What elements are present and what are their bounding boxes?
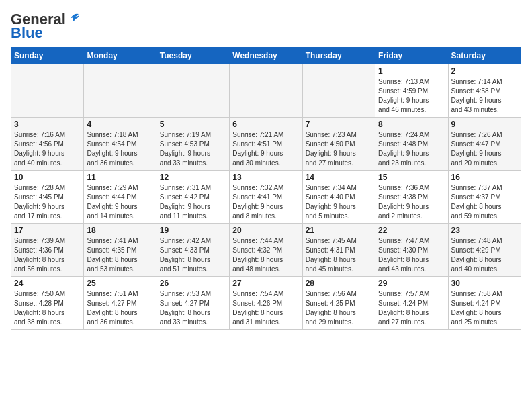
day-cell: 11Sunrise: 7:29 AMSunset: 4:44 PMDayligh… — [84, 171, 157, 224]
day-info: Sunrise: 7:37 AMSunset: 4:37 PMDaylight:… — [451, 183, 518, 221]
day-number: 24 — [14, 279, 81, 288]
weekday-header-monday: Monday — [84, 48, 157, 64]
day-info: Sunrise: 7:16 AMSunset: 4:56 PMDaylight:… — [14, 130, 81, 168]
day-cell: 7Sunrise: 7:23 AMSunset: 4:50 PMDaylight… — [302, 118, 375, 171]
day-number: 25 — [87, 279, 153, 288]
weekday-header-saturday: Saturday — [448, 48, 521, 64]
day-number: 2 — [451, 66, 518, 76]
day-cell: 17Sunrise: 7:39 AMSunset: 4:36 PMDayligh… — [11, 224, 84, 277]
day-info: Sunrise: 7:41 AMSunset: 4:35 PMDaylight:… — [87, 236, 153, 274]
day-info: Sunrise: 7:18 AMSunset: 4:54 PMDaylight:… — [87, 130, 153, 168]
day-number: 18 — [87, 226, 153, 235]
day-cell: 9Sunrise: 7:26 AMSunset: 4:47 PMDaylight… — [448, 118, 521, 171]
day-number: 6 — [232, 120, 299, 129]
day-cell: 12Sunrise: 7:31 AMSunset: 4:42 PMDayligh… — [157, 171, 229, 224]
day-cell: 3Sunrise: 7:16 AMSunset: 4:56 PMDaylight… — [11, 118, 84, 171]
day-cell: 23Sunrise: 7:48 AMSunset: 4:29 PMDayligh… — [448, 224, 521, 277]
day-info: Sunrise: 7:28 AMSunset: 4:45 PMDaylight:… — [14, 183, 81, 221]
day-cell: 14Sunrise: 7:34 AMSunset: 4:40 PMDayligh… — [302, 171, 375, 224]
week-row-3: 10Sunrise: 7:28 AMSunset: 4:45 PMDayligh… — [11, 171, 521, 224]
calendar: SundayMondayTuesdayWednesdayThursdayFrid… — [11, 47, 521, 330]
day-number: 13 — [232, 173, 299, 182]
day-number: 26 — [160, 279, 226, 288]
day-cell: 8Sunrise: 7:24 AMSunset: 4:48 PMDaylight… — [375, 118, 448, 171]
day-info: Sunrise: 7:36 AMSunset: 4:38 PMDaylight:… — [378, 183, 445, 221]
day-number: 5 — [160, 120, 226, 129]
weekday-header-thursday: Thursday — [302, 48, 375, 64]
day-info: Sunrise: 7:31 AMSunset: 4:42 PMDaylight:… — [160, 183, 226, 221]
logo-bird-icon — [66, 12, 81, 27]
logo: General Blue — [11, 11, 82, 42]
day-info: Sunrise: 7:21 AMSunset: 4:51 PMDaylight:… — [232, 130, 299, 168]
day-number: 7 — [306, 120, 372, 129]
day-cell — [84, 64, 157, 118]
day-info: Sunrise: 7:57 AMSunset: 4:24 PMDaylight:… — [378, 289, 445, 327]
day-number: 11 — [87, 173, 153, 182]
day-info: Sunrise: 7:34 AMSunset: 4:40 PMDaylight:… — [306, 183, 372, 221]
day-info: Sunrise: 7:13 AMSunset: 4:59 PMDaylight:… — [378, 77, 445, 115]
day-info: Sunrise: 7:58 AMSunset: 4:24 PMDaylight:… — [451, 289, 518, 327]
day-number: 17 — [14, 226, 81, 235]
week-row-4: 17Sunrise: 7:39 AMSunset: 4:36 PMDayligh… — [11, 224, 521, 277]
day-number: 21 — [306, 226, 372, 235]
day-cell — [11, 64, 84, 118]
day-info: Sunrise: 7:29 AMSunset: 4:44 PMDaylight:… — [87, 183, 153, 221]
day-cell — [157, 64, 229, 118]
day-cell: 4Sunrise: 7:18 AMSunset: 4:54 PMDaylight… — [84, 118, 157, 171]
day-cell: 15Sunrise: 7:36 AMSunset: 4:38 PMDayligh… — [375, 171, 448, 224]
weekday-header-wednesday: Wednesday — [230, 48, 302, 64]
day-cell: 21Sunrise: 7:45 AMSunset: 4:31 PMDayligh… — [302, 224, 375, 277]
week-row-2: 3Sunrise: 7:16 AMSunset: 4:56 PMDaylight… — [11, 118, 521, 171]
day-cell: 10Sunrise: 7:28 AMSunset: 4:45 PMDayligh… — [11, 171, 84, 224]
day-number: 16 — [451, 173, 518, 182]
week-row-5: 24Sunrise: 7:50 AMSunset: 4:28 PMDayligh… — [11, 277, 521, 330]
week-row-1: 1Sunrise: 7:13 AMSunset: 4:59 PMDaylight… — [11, 64, 521, 118]
day-number: 22 — [378, 226, 445, 235]
day-cell: 2Sunrise: 7:14 AMSunset: 4:58 PMDaylight… — [448, 64, 521, 118]
day-cell — [302, 64, 375, 118]
weekday-header-sunday: Sunday — [11, 48, 84, 64]
day-number: 20 — [232, 226, 299, 235]
weekday-header-tuesday: Tuesday — [157, 48, 229, 64]
day-info: Sunrise: 7:42 AMSunset: 4:33 PMDaylight:… — [160, 236, 226, 274]
day-number: 9 — [451, 120, 518, 129]
day-info: Sunrise: 7:48 AMSunset: 4:29 PMDaylight:… — [451, 236, 518, 274]
weekday-header-friday: Friday — [375, 48, 448, 64]
day-number: 27 — [232, 279, 299, 288]
day-number: 8 — [378, 120, 445, 129]
day-number: 4 — [87, 120, 153, 129]
day-number: 15 — [378, 173, 445, 182]
day-cell: 19Sunrise: 7:42 AMSunset: 4:33 PMDayligh… — [157, 224, 229, 277]
day-info: Sunrise: 7:39 AMSunset: 4:36 PMDaylight:… — [14, 236, 81, 274]
day-cell: 29Sunrise: 7:57 AMSunset: 4:24 PMDayligh… — [375, 277, 448, 330]
day-info: Sunrise: 7:19 AMSunset: 4:53 PMDaylight:… — [160, 130, 226, 168]
day-number: 14 — [306, 173, 372, 182]
day-number: 23 — [451, 226, 518, 235]
day-info: Sunrise: 7:44 AMSunset: 4:32 PMDaylight:… — [232, 236, 299, 274]
day-cell — [230, 64, 302, 118]
day-number: 1 — [378, 66, 445, 76]
day-number: 30 — [451, 279, 518, 288]
day-cell: 16Sunrise: 7:37 AMSunset: 4:37 PMDayligh… — [448, 171, 521, 224]
day-cell: 13Sunrise: 7:32 AMSunset: 4:41 PMDayligh… — [230, 171, 302, 224]
day-number: 3 — [14, 120, 81, 129]
day-info: Sunrise: 7:32 AMSunset: 4:41 PMDaylight:… — [232, 183, 299, 221]
day-number: 12 — [160, 173, 226, 182]
day-info: Sunrise: 7:56 AMSunset: 4:25 PMDaylight:… — [306, 289, 372, 327]
weekday-header-row: SundayMondayTuesdayWednesdayThursdayFrid… — [11, 48, 521, 64]
day-info: Sunrise: 7:47 AMSunset: 4:30 PMDaylight:… — [378, 236, 445, 274]
day-cell: 28Sunrise: 7:56 AMSunset: 4:25 PMDayligh… — [302, 277, 375, 330]
day-number: 29 — [378, 279, 445, 288]
day-cell: 1Sunrise: 7:13 AMSunset: 4:59 PMDaylight… — [375, 64, 448, 118]
day-cell: 27Sunrise: 7:54 AMSunset: 4:26 PMDayligh… — [230, 277, 302, 330]
day-info: Sunrise: 7:14 AMSunset: 4:58 PMDaylight:… — [451, 77, 518, 115]
day-cell: 6Sunrise: 7:21 AMSunset: 4:51 PMDaylight… — [230, 118, 302, 171]
day-cell: 24Sunrise: 7:50 AMSunset: 4:28 PMDayligh… — [11, 277, 84, 330]
day-cell: 30Sunrise: 7:58 AMSunset: 4:24 PMDayligh… — [448, 277, 521, 330]
day-cell: 22Sunrise: 7:47 AMSunset: 4:30 PMDayligh… — [375, 224, 448, 277]
day-info: Sunrise: 7:24 AMSunset: 4:48 PMDaylight:… — [378, 130, 445, 168]
day-number: 28 — [306, 279, 372, 288]
day-cell: 5Sunrise: 7:19 AMSunset: 4:53 PMDaylight… — [157, 118, 229, 171]
day-info: Sunrise: 7:50 AMSunset: 4:28 PMDaylight:… — [14, 289, 81, 327]
day-cell: 18Sunrise: 7:41 AMSunset: 4:35 PMDayligh… — [84, 224, 157, 277]
